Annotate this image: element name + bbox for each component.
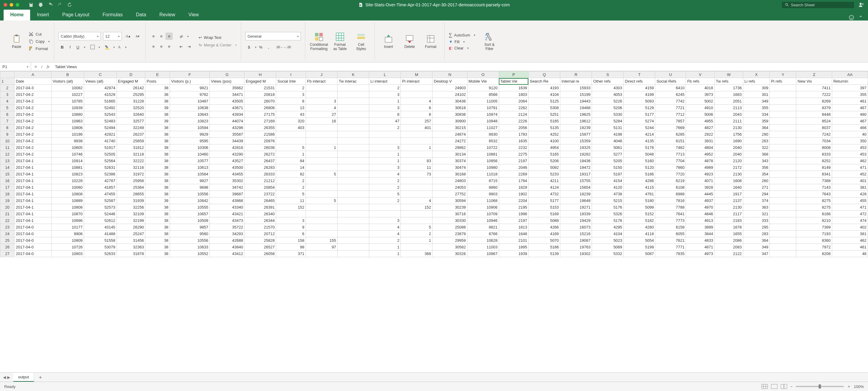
cell[interactable]: 8 xyxy=(369,111,401,118)
cell[interactable]: 52494 xyxy=(84,124,117,131)
cell[interactable]: 455 xyxy=(832,198,868,204)
cell[interactable]: 4124 xyxy=(528,184,560,191)
cell[interactable]: 26344 xyxy=(244,217,276,224)
cell[interactable]: 5006 xyxy=(686,111,715,118)
col-header-H[interactable]: H xyxy=(244,71,276,78)
cell[interactable] xyxy=(276,211,306,217)
cell[interactable]: 4303 xyxy=(592,85,624,91)
cell[interactable]: 43 xyxy=(276,111,306,118)
currency-button[interactable]: $ xyxy=(245,43,253,51)
cell[interactable]: 5054 xyxy=(624,237,655,244)
cell[interactable]: 1690 xyxy=(715,138,743,144)
cell[interactable]: 24272 xyxy=(433,138,467,144)
cell[interactable]: 5186 xyxy=(624,171,655,178)
cell[interactable]: 8448 xyxy=(796,111,832,118)
cell[interactable] xyxy=(337,158,369,164)
cell[interactable]: 2040 xyxy=(715,151,743,158)
cell[interactable]: 30582 xyxy=(433,244,467,250)
cell[interactable]: 2137 xyxy=(715,198,743,204)
cell[interactable]: 1 xyxy=(401,144,433,151)
col-header-J[interactable]: J xyxy=(306,71,337,78)
cell[interactable]: 10657 xyxy=(170,211,210,217)
cell[interactable]: 4199 xyxy=(624,91,655,98)
cell[interactable]: 52483 xyxy=(84,118,117,124)
cell[interactable]: 8333 xyxy=(796,151,832,158)
cell[interactable]: 8566 xyxy=(467,91,499,98)
cell[interactable]: 8210 xyxy=(796,217,832,224)
cell[interactable]: 43934 xyxy=(210,111,244,118)
cell[interactable]: 5277 xyxy=(592,151,624,158)
cell[interactable]: 15199 xyxy=(560,91,592,98)
zoom-slider[interactable] xyxy=(796,386,844,387)
cell[interactable]: 15933 xyxy=(560,85,592,91)
cell[interactable]: 4018 xyxy=(686,85,715,91)
cell[interactable]: Pi interact xyxy=(401,78,433,85)
cell[interactable]: 5150 xyxy=(592,164,624,171)
cell[interactable]: 52386 xyxy=(84,171,117,178)
cell[interactable]: 466 xyxy=(832,124,868,131)
tab-data[interactable]: Data xyxy=(129,10,153,21)
cell[interactable]: 38 xyxy=(145,250,170,257)
cell[interactable]: 2262 xyxy=(499,104,528,111)
align-middle-icon[interactable]: ≡ xyxy=(158,33,165,40)
cell[interactable]: 10709 xyxy=(467,211,499,217)
cell[interactable]: 5 xyxy=(276,191,306,198)
print-icon[interactable] xyxy=(38,2,43,7)
cell[interactable]: 474 xyxy=(832,217,868,224)
cell[interactable]: 10963 xyxy=(51,118,84,124)
copy-button[interactable]: Copy▾ xyxy=(28,38,50,44)
cell[interactable]: 7860 xyxy=(655,164,686,171)
cell[interactable]: 3 xyxy=(369,217,401,224)
cell[interactable] xyxy=(770,224,796,231)
cell[interactable]: 3 xyxy=(306,98,337,104)
cell[interactable]: 5199 xyxy=(624,244,655,250)
cell[interactable]: 43340 xyxy=(210,204,244,211)
cell[interactable]: 1608 xyxy=(715,178,743,184)
cell[interactable]: 11027 xyxy=(467,124,499,131)
cell[interactable]: 480 xyxy=(832,111,868,118)
cell[interactable]: 3 xyxy=(369,164,401,171)
cell[interactable]: 4954 xyxy=(528,144,560,151)
cell[interactable]: 2017-04-1 xyxy=(14,164,51,171)
col-header-V[interactable]: V xyxy=(686,71,715,78)
cell[interactable]: 5332 xyxy=(592,250,624,257)
cell[interactable]: 2113 xyxy=(715,104,743,111)
cell[interactable]: 294 xyxy=(743,191,770,198)
prev-sheet-icon[interactable]: ◀ xyxy=(3,375,6,380)
cell[interactable]: 2195 xyxy=(499,204,528,211)
cell[interactable]: 4 xyxy=(369,231,401,237)
cell[interactable]: Direct refs xyxy=(624,78,655,85)
cell[interactable]: 10823 xyxy=(170,118,210,124)
cell[interactable]: 2 xyxy=(276,85,306,91)
cell[interactable]: 30168 xyxy=(433,171,467,178)
cell[interactable]: 5180 xyxy=(624,198,655,204)
cell[interactable]: 38 xyxy=(145,191,170,198)
cell[interactable] xyxy=(337,111,369,118)
cell[interactable]: 5165 xyxy=(528,151,560,158)
cell[interactable]: 5087 xyxy=(624,250,655,257)
cell[interactable]: Internal re xyxy=(560,78,592,85)
cell[interactable]: 4 xyxy=(369,224,401,231)
cell[interactable]: 2017-04-1 xyxy=(14,191,51,198)
cell[interactable]: 15654 xyxy=(560,184,592,191)
redo-icon[interactable] xyxy=(57,2,63,7)
cell[interactable] xyxy=(770,131,796,138)
cell[interactable]: 7143 xyxy=(796,184,832,191)
cell[interactable]: 4910 xyxy=(686,104,715,111)
cell[interactable]: 97 xyxy=(306,244,337,250)
cell[interactable]: 19239 xyxy=(560,124,592,131)
cell[interactable]: 354 xyxy=(743,171,770,178)
cell[interactable]: 5 xyxy=(401,224,433,231)
cell[interactable]: 10642 xyxy=(170,198,210,204)
cell[interactable]: Other refs xyxy=(592,78,624,85)
cell[interactable]: 1 xyxy=(369,98,401,104)
cell[interactable]: 38 xyxy=(145,131,170,138)
cell[interactable]: 3 xyxy=(369,104,401,111)
cell[interactable]: 2 xyxy=(401,231,433,237)
col-header-C[interactable]: C xyxy=(84,71,117,78)
cell[interactable] xyxy=(337,211,369,217)
cell[interactable] xyxy=(306,191,337,198)
cell[interactable]: 2 xyxy=(369,124,401,131)
cell[interactable] xyxy=(306,124,337,131)
cell[interactable]: 23879 xyxy=(433,231,467,237)
